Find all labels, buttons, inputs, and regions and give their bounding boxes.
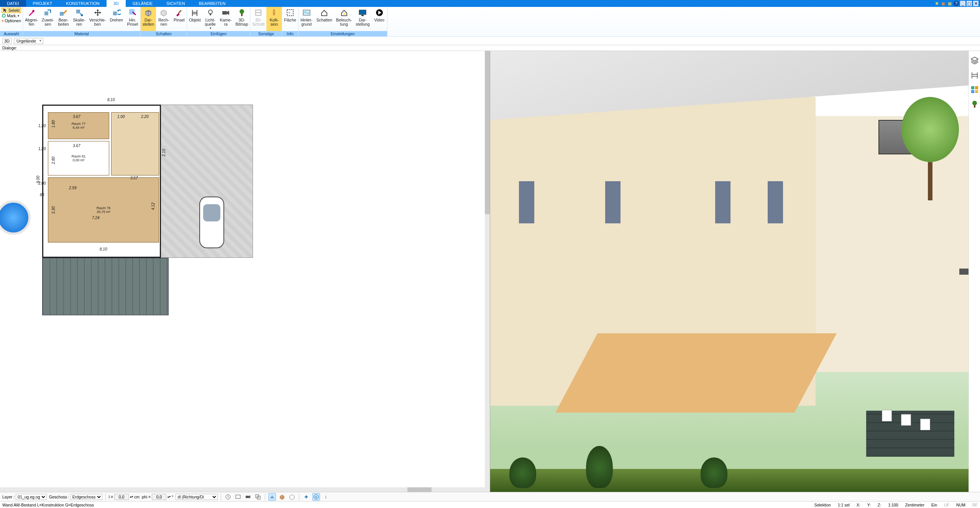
palette-icon[interactable] <box>970 85 979 94</box>
arrows-icon[interactable] <box>302 493 310 501</box>
svg-point-20 <box>343 13 345 15</box>
mark-button[interactable]: Mark.▾ <box>2 13 21 18</box>
l-input[interactable] <box>114 494 129 500</box>
drehen-button[interactable]: Drehen <box>108 7 125 31</box>
zuweisen-button[interactable]: Zuwei- sen <box>40 7 56 31</box>
north-icon[interactable]: N <box>312 493 320 501</box>
kollision-button[interactable]: Kolli- sion <box>266 7 282 31</box>
info-small-icon[interactable]: i <box>322 493 330 501</box>
svg-rect-29 <box>974 105 975 108</box>
schatten-set-button[interactable]: Schatten <box>314 7 334 31</box>
tab-projekt[interactable]: PROJEKT <box>26 0 59 7</box>
hintergrund-button[interactable]: Hinter- grund <box>299 7 315 31</box>
2d-scrollbar-v[interactable] <box>485 51 490 492</box>
help-icon[interactable]: ? <box>954 1 959 6</box>
status-num: NUM <box>956 503 965 507</box>
geschoss-label: Geschoss : <box>49 495 69 499</box>
furniture-icon[interactable] <box>970 71 979 79</box>
bearbeiten-button[interactable]: Bear- beiten <box>56 7 71 31</box>
plus-icon: + <box>2 18 4 23</box>
view-shaded-icon[interactable] <box>268 493 276 501</box>
status-sel: 1:1 sel <box>838 503 850 507</box>
3d-bitmap-button[interactable]: 3D- Bitmap <box>234 7 250 31</box>
dim-210: 2.10 <box>162 149 166 156</box>
kamera-button[interactable]: Kame- ra <box>218 7 234 31</box>
section-icon <box>254 8 263 17</box>
optionen-label: Optionen <box>5 18 21 23</box>
right-sidebar <box>969 51 980 492</box>
view-textured-icon[interactable] <box>278 493 286 501</box>
video-button[interactable]: Video <box>372 7 387 31</box>
dim-mid1: 1.00 <box>117 115 125 119</box>
abgreifen-button[interactable]: Abgrei- fen <box>23 7 40 31</box>
flaeche-button[interactable]: ?Fläche <box>282 7 298 31</box>
phi-input[interactable] <box>152 494 166 500</box>
svg-point-11 <box>240 9 244 14</box>
darstellung-button[interactable]: Dar- stellung <box>354 7 371 31</box>
skalieren-button[interactable]: Skalie- ren <box>71 7 87 31</box>
dim-120a: 1.20 <box>38 124 46 128</box>
pinsel-button[interactable]: Pinsel <box>171 7 187 31</box>
svg-text:N: N <box>315 495 317 499</box>
dim-r81-w: 3.67 <box>73 144 80 148</box>
view-wire-icon[interactable] <box>288 493 296 501</box>
3d-drag-handle[interactable] <box>959 269 969 275</box>
house-light-icon <box>340 8 348 17</box>
ribbon-group-info: ?Fläche Info <box>282 7 299 36</box>
layers-icon[interactable] <box>970 56 979 65</box>
plant-icon[interactable] <box>970 100 979 108</box>
optionen-button[interactable]: + Optionen <box>2 18 21 23</box>
3d-viewport[interactable] <box>490 51 980 492</box>
tool-icon-1[interactable]: ✖ <box>934 1 939 6</box>
eyedropper-icon <box>27 8 36 17</box>
menu-bar: DATEI PROJEKT KONSTRUKTION 3D GELÄNDE SI… <box>0 0 980 7</box>
close-button[interactable]: ✕ <box>973 1 978 6</box>
stair-area <box>111 112 159 175</box>
svg-rect-27 <box>975 90 978 93</box>
screen-icon[interactable] <box>234 493 242 501</box>
tab-konstruktion[interactable]: KONSTRUKTION <box>59 0 106 7</box>
verschieben-button[interactable]: Verschie- ben <box>87 7 108 31</box>
2d-scrollbar-h[interactable] <box>0 487 485 492</box>
tab-gelaende[interactable]: GELÄNDE <box>126 0 160 7</box>
darstellen-button[interactable]: Dar- stellen <box>141 7 156 31</box>
clock-icon[interactable] <box>224 493 232 501</box>
3d-schnitt-button[interactable]: 3D- Schnitt <box>250 7 266 31</box>
rechnen-button[interactable]: Rech- nen <box>156 7 171 31</box>
tab-datei[interactable]: DATEI <box>0 0 26 7</box>
ribbon-group-einstellungen: Hinter- grund Schatten Beleuch- tung Dar… <box>299 7 387 36</box>
bulb-icon <box>206 8 215 17</box>
group-title-einfuegen: Einfügen <box>187 31 250 36</box>
selekt-button[interactable]: Selekt <box>2 8 21 13</box>
hinpinsel-button[interactable]: Hin. Pinsel <box>125 7 140 31</box>
maximize-button[interactable]: ▢ <box>967 1 972 6</box>
tab-bearbeiten[interactable]: BEARBEITEN <box>192 0 233 7</box>
status-unit: Zentimeter <box>905 503 924 507</box>
layer-select[interactable]: 01_ug.eg.og <box>16 494 47 500</box>
brush-back-icon <box>128 8 137 17</box>
copy-icon[interactable] <box>254 493 262 501</box>
layer-dropdown[interactable]: Urgelände <box>14 38 43 44</box>
status-selektion: Selektion <box>814 503 831 507</box>
group-title-auswahl: Auswahl <box>0 31 23 36</box>
svg-rect-5 <box>113 11 117 15</box>
beleuchtung-button[interactable]: Beleuch- tung <box>334 7 354 31</box>
tool-icon-2[interactable]: ▣ <box>941 1 946 6</box>
tool-icon-3[interactable]: ▦ <box>947 1 952 6</box>
ribbon-group-material: Abgrei- fen Zuwei- sen Bear- beiten Skal… <box>23 7 141 36</box>
tab-3d[interactable]: 3D <box>107 0 126 7</box>
cube-shadow-icon <box>144 8 153 17</box>
tab-sichten[interactable]: SICHTEN <box>159 0 192 7</box>
svg-point-15 <box>273 9 275 11</box>
lichtquelle-button[interactable]: Licht- quelle▾ <box>203 7 218 31</box>
camera-small-icon[interactable] <box>244 493 252 501</box>
room-78: Raum 78 26,75 m² <box>48 177 159 243</box>
svg-text:?: ? <box>288 11 290 15</box>
svg-point-28 <box>972 101 977 105</box>
2d-viewport[interactable]: 8.10 Raum 77 6,44 m² Raum 81 0,00 m² <box>0 51 490 492</box>
richtung-select[interactable]: dl (Richtung/Di <box>176 494 218 500</box>
geschoss-select[interactable]: Erdgeschoss <box>71 494 102 500</box>
objekt-button[interactable]: Objekt <box>187 7 202 31</box>
minimize-button[interactable]: _ <box>960 1 965 6</box>
status-left: Wand AW-Bestand L=Konstruktion G=Erdgesc… <box>2 503 94 507</box>
